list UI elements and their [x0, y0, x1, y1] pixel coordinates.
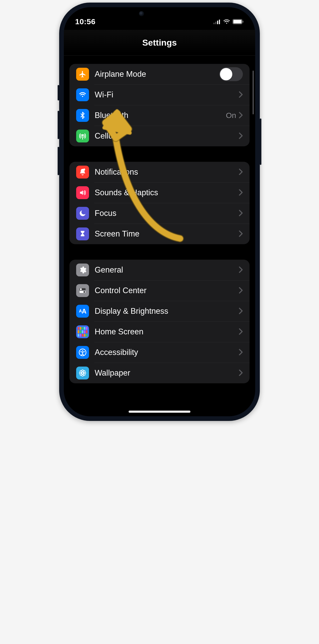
- row-focus[interactable]: Focus: [69, 203, 250, 224]
- row-label: Screen Time: [95, 229, 239, 239]
- svg-rect-1: [215, 22, 216, 24]
- chevron-right-icon: [239, 369, 243, 377]
- row-label: Focus: [95, 209, 239, 218]
- row-cellular[interactable]: Cellular: [69, 126, 250, 146]
- chevron-right-icon: [239, 307, 243, 316]
- row-display-brightness[interactable]: AA Display & Brightness: [69, 301, 250, 321]
- row-home-screen[interactable]: Home Screen: [69, 321, 250, 342]
- chevron-right-icon: [239, 209, 243, 218]
- svg-rect-2: [217, 21, 218, 24]
- row-wifi[interactable]: Wi-Fi: [69, 84, 250, 105]
- row-label: Cellular: [95, 131, 239, 141]
- svg-point-25: [80, 374, 82, 376]
- svg-point-18: [82, 372, 84, 374]
- homescreen-icon: [76, 325, 89, 338]
- nav-bar: Settings: [64, 30, 255, 56]
- power-button[interactable]: [260, 118, 261, 165]
- row-label: Display & Brightness: [95, 307, 239, 316]
- home-indicator[interactable]: [129, 411, 190, 413]
- svg-point-4: [226, 23, 227, 24]
- chevron-right-icon: [239, 230, 243, 238]
- row-screen-time[interactable]: Screen Time: [69, 224, 250, 244]
- wifi-icon: [76, 88, 89, 101]
- airplane-icon: [76, 68, 89, 81]
- svg-point-13: [80, 288, 82, 290]
- volume-up-button[interactable]: [58, 111, 59, 139]
- accessibility-icon: [76, 346, 89, 359]
- front-camera: [139, 11, 144, 16]
- row-notifications[interactable]: Notifications: [69, 162, 250, 182]
- page-title: Settings: [142, 38, 177, 48]
- toggles-icon: [76, 284, 89, 297]
- bell-icon: [76, 166, 89, 179]
- row-accessibility[interactable]: Accessibility: [69, 342, 250, 363]
- row-value: On: [226, 111, 236, 120]
- cellular-signal-icon: [214, 17, 221, 26]
- settings-group-general: General Control Center A: [69, 260, 250, 383]
- chevron-right-icon: [239, 286, 243, 295]
- chevron-right-icon: [239, 266, 243, 274]
- svg-point-23: [80, 370, 82, 372]
- aa-icon: AA: [76, 305, 89, 318]
- wifi-icon: [223, 17, 230, 26]
- svg-point-26: [83, 374, 85, 376]
- svg-point-17: [82, 350, 83, 351]
- svg-rect-7: [233, 20, 242, 23]
- row-label: General: [95, 265, 239, 275]
- notch: [126, 7, 193, 21]
- svg-point-8: [82, 96, 83, 97]
- settings-group-alerts: Notifications Sounds & Haptics: [69, 162, 250, 244]
- row-label: Home Screen: [95, 327, 239, 336]
- moon-icon: [76, 207, 89, 220]
- row-control-center[interactable]: Control Center: [69, 280, 250, 301]
- row-bluetooth[interactable]: Bluetooth On: [69, 105, 250, 126]
- battery-icon: [233, 17, 244, 26]
- chevron-right-icon: [239, 327, 243, 336]
- row-sounds-haptics[interactable]: Sounds & Haptics: [69, 182, 250, 203]
- chevron-right-icon: [239, 111, 243, 120]
- hourglass-icon: [76, 227, 89, 240]
- row-general[interactable]: General: [69, 260, 250, 280]
- chevron-right-icon: [239, 168, 243, 176]
- row-label: Airplane Mode: [95, 70, 219, 79]
- row-label: Accessibility: [95, 348, 239, 357]
- svg-point-11: [83, 168, 85, 171]
- flower-icon: [76, 367, 89, 379]
- row-label: Bluetooth: [95, 111, 226, 120]
- status-icons: [214, 17, 244, 26]
- svg-point-24: [83, 370, 85, 372]
- airplane-mode-toggle[interactable]: [219, 67, 243, 81]
- volume-down-button[interactable]: [58, 147, 59, 175]
- mute-switch[interactable]: [58, 85, 59, 100]
- svg-point-15: [83, 291, 85, 293]
- row-label: Sounds & Haptics: [95, 188, 239, 197]
- scrollbar[interactable]: [253, 71, 254, 114]
- antenna-icon: [76, 130, 89, 142]
- chevron-right-icon: [239, 132, 243, 140]
- screen: 10:56 Settings: [64, 7, 255, 416]
- svg-rect-6: [243, 21, 243, 23]
- gear-icon: [76, 264, 89, 276]
- settings-group-network: Airplane Mode Wi-Fi Blueto: [69, 64, 250, 146]
- row-label: Wallpaper: [95, 368, 239, 378]
- chevron-right-icon: [239, 348, 243, 357]
- chevron-right-icon: [239, 90, 243, 99]
- row-airplane-mode[interactable]: Airplane Mode: [69, 64, 250, 84]
- iphone-frame: 10:56 Settings: [59, 3, 260, 421]
- chevron-right-icon: [239, 188, 243, 197]
- row-label: Notifications: [95, 167, 239, 177]
- speaker-icon: [76, 186, 89, 199]
- row-label: Control Center: [95, 286, 239, 295]
- row-wallpaper[interactable]: Wallpaper: [69, 363, 250, 383]
- svg-rect-0: [214, 23, 215, 24]
- settings-content[interactable]: Airplane Mode Wi-Fi Blueto: [64, 56, 255, 416]
- row-label: Wi-Fi: [95, 90, 239, 99]
- svg-point-10: [82, 134, 83, 135]
- bluetooth-icon: [76, 109, 89, 122]
- svg-rect-3: [219, 20, 220, 24]
